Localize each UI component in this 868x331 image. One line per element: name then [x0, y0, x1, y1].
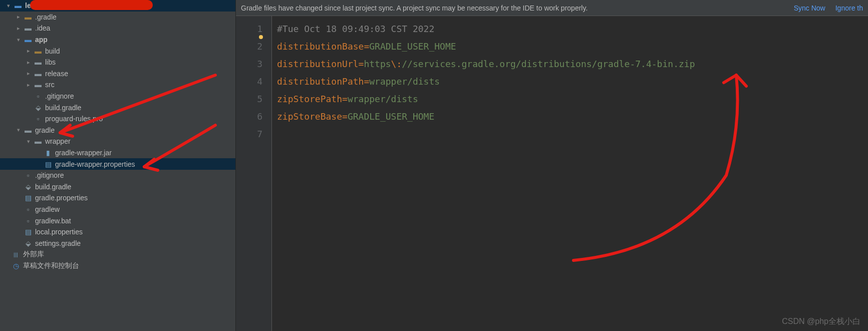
- prop-key: zipStorePath: [277, 94, 342, 104]
- tree-item-label: settings.gradle: [35, 239, 81, 247]
- tree-item-label: proguard-rules.pro: [45, 115, 103, 123]
- tree-item[interactable]: ▫gradlew: [0, 204, 235, 215]
- notification-message: Gradle files have changed since last pro…: [241, 4, 784, 12]
- gutter-line-number: 6: [236, 108, 262, 125]
- tree-item[interactable]: ▫proguard-rules.pro: [0, 113, 235, 125]
- sync-notification-bar: Gradle files have changed since last pro…: [236, 0, 868, 16]
- folder-icon: ▬: [34, 47, 43, 55]
- tree-item[interactable]: ▾▬gradle: [0, 125, 235, 136]
- tree-item-label: src: [45, 81, 55, 89]
- tree-item[interactable]: ▸▬release: [0, 68, 235, 80]
- tree-item[interactable]: ▾▬app: [0, 34, 235, 46]
- tree-item-label: .gitignore: [35, 171, 64, 179]
- prop-key: zipStoreBase: [277, 111, 342, 122]
- tree-item[interactable]: ▤local.properties: [0, 226, 235, 238]
- tree-item[interactable]: ◷草稿文件和控制台: [0, 260, 235, 272]
- gutter-line-number: 3: [236, 55, 262, 73]
- tree-item-label: libs: [45, 58, 56, 66]
- warning-indicator-icon[interactable]: [259, 35, 263, 39]
- watermark: CSDN @php全栈小白: [782, 316, 860, 327]
- folder-icon: ▬: [24, 126, 33, 134]
- prop-key: distributionUrl: [277, 59, 359, 69]
- scratch-icon: ◷: [12, 262, 21, 270]
- expand-arrow-icon[interactable]: ▾: [5, 3, 12, 9]
- folder-icon: ▬: [34, 81, 43, 89]
- tree-item[interactable]: ▫.gitignore: [0, 91, 235, 102]
- gutter-line-number: 7: [236, 125, 262, 143]
- tree-item[interactable]: ⬙build.gradle: [0, 102, 235, 113]
- editor-content[interactable]: #Tue Oct 18 09:49:03 CST 2022 distributi…: [272, 16, 868, 331]
- tree-item-label: gradle.properties: [35, 194, 88, 202]
- tree-item[interactable]: ▮gradle-wrapper.jar: [0, 147, 235, 159]
- tree-item-label: 草稿文件和控制台: [23, 261, 79, 270]
- tree-item-label: gradle-wrapper.jar: [55, 149, 112, 157]
- ignore-link[interactable]: Ignore th: [835, 4, 863, 12]
- module-folder-icon: ▬: [24, 36, 33, 44]
- properties-icon: ▤: [44, 160, 53, 168]
- libraries-icon: ⫼: [12, 250, 21, 258]
- tree-item[interactable]: ⬙settings.gradle: [0, 237, 235, 249]
- tree-item[interactable]: ▾▬wrapper: [0, 136, 235, 147]
- expand-arrow-icon[interactable]: ▸: [25, 70, 32, 77]
- tree-item-label: build.gradle: [35, 183, 71, 191]
- expand-arrow-icon[interactable]: ▸: [15, 14, 22, 20]
- tree-item[interactable]: ▤gradle-wrapper.properties: [0, 158, 235, 170]
- tree-item[interactable]: ▫gradlew.bat: [0, 215, 235, 226]
- tree-item[interactable]: ⫼外部库: [0, 249, 235, 260]
- tree-item-label: .gitignore: [45, 92, 74, 100]
- gutter-line-number: 2: [236, 38, 262, 55]
- gradle-icon: ⬙: [24, 239, 33, 247]
- gutter-line-number: 4: [236, 73, 262, 90]
- project-tree-panel[interactable]: ▾▬lemon▸▬.gradle▸▬.idea▾▬app▸▬build▸▬lib…: [0, 0, 236, 331]
- tree-item-label: 外部库: [23, 250, 44, 259]
- prop-value: //services.gradle.org/distributions/grad…: [402, 59, 695, 69]
- expand-arrow-icon[interactable]: ▾: [25, 138, 32, 145]
- tree-item-label: wrapper: [45, 137, 71, 145]
- properties-icon: ▤: [24, 194, 33, 202]
- tree-item-label: build.gradle: [45, 104, 81, 112]
- prop-value: GRADLE_USER_HOME: [348, 111, 434, 122]
- expand-arrow-icon[interactable]: ▸: [25, 59, 32, 66]
- file-icon: ▫: [34, 115, 43, 123]
- tree-item[interactable]: ▫.gitignore: [0, 170, 235, 181]
- tree-item[interactable]: ▸▬build: [0, 45, 235, 57]
- expand-arrow-icon[interactable]: ▾: [15, 37, 22, 43]
- tree-item-label: gradlew: [35, 205, 60, 213]
- jar-icon: ▮: [44, 149, 53, 157]
- expand-arrow-icon[interactable]: ▸: [25, 82, 32, 88]
- redaction-mark: [30, 0, 153, 10]
- tree-item-label: gradlew.bat: [35, 217, 71, 225]
- code-editor[interactable]: 1234567 #Tue Oct 18 09:49:03 CST 2022 di…: [236, 16, 868, 331]
- expand-arrow-icon[interactable]: ▸: [25, 48, 32, 54]
- prop-value: GRADLE_USER_HOME: [369, 41, 456, 52]
- tree-item[interactable]: ▸▬.gradle: [0, 12, 235, 23]
- tree-item-label: release: [45, 70, 68, 78]
- tree-item-label: gradle: [35, 126, 55, 134]
- file-icon: ▫: [24, 205, 33, 213]
- folder-icon: ▬: [24, 24, 33, 32]
- expand-arrow-icon[interactable]: ▸: [15, 25, 22, 32]
- folder-icon: ▬: [24, 13, 33, 21]
- prop-key: distributionBase: [277, 41, 364, 52]
- gradle-icon: ⬙: [34, 104, 43, 112]
- expand-arrow-icon[interactable]: ▾: [15, 127, 22, 133]
- file-icon: ▫: [34, 92, 43, 100]
- sync-now-link[interactable]: Sync Now: [794, 4, 825, 12]
- file-icon: ▫: [24, 171, 33, 179]
- prop-value: wrapper/dists: [369, 76, 440, 87]
- tree-item-label: app: [35, 36, 48, 44]
- file-icon: ▫: [24, 217, 33, 225]
- gutter: 1234567: [236, 16, 272, 331]
- tree-item-label: local.properties: [35, 228, 83, 236]
- properties-icon: ▤: [24, 228, 33, 236]
- tree-item[interactable]: ▸▬libs: [0, 57, 235, 68]
- code-comment: #Tue Oct 18 09:49:03 CST 2022: [277, 24, 434, 34]
- tree-item[interactable]: ▸▬src: [0, 79, 235, 91]
- tree-item-label: .idea: [35, 24, 50, 32]
- module-folder-icon: ▬: [14, 2, 23, 10]
- tree-item[interactable]: ⬙build.gradle: [0, 181, 235, 193]
- tree-item[interactable]: ▸▬.idea: [0, 23, 235, 34]
- tree-item-label: gradle-wrapper.properties: [55, 160, 135, 168]
- folder-icon: ▬: [34, 58, 43, 66]
- tree-item[interactable]: ▤gradle.properties: [0, 192, 235, 204]
